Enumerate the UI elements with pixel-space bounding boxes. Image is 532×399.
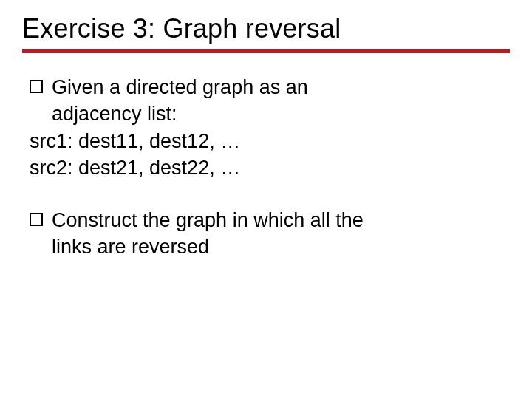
square-bullet-icon: [30, 213, 43, 226]
slide-body: Given a directed graph as an adjacency l…: [22, 74, 510, 261]
bullet-1-line-2: adjacency list:: [52, 103, 177, 125]
bullet-item-1: Given a directed graph as an adjacency l…: [30, 74, 510, 128]
slide: Exercise 3: Graph reversal Given a direc…: [0, 0, 532, 399]
slide-title: Exercise 3: Graph reversal: [22, 13, 510, 44]
bullet-1-line-1: Given a directed graph as an: [52, 76, 308, 98]
bullet-2-line-1: Construct the graph in which all the: [52, 209, 364, 231]
square-bullet-icon: [30, 80, 43, 93]
title-underline: [22, 49, 510, 53]
bullet-2-line-2: links are reversed: [52, 236, 209, 258]
bullet-2-text: Construct the graph in which all the lin…: [52, 207, 510, 261]
bullet-1-text: Given a directed graph as an adjacency l…: [52, 74, 510, 128]
adjacency-line-1: src1: dest11, dest12, …: [30, 128, 510, 154]
bullet-item-2: Construct the graph in which all the lin…: [30, 207, 510, 261]
adjacency-line-2: src2: dest21, dest22, …: [30, 154, 510, 181]
spacer: [22, 182, 510, 207]
